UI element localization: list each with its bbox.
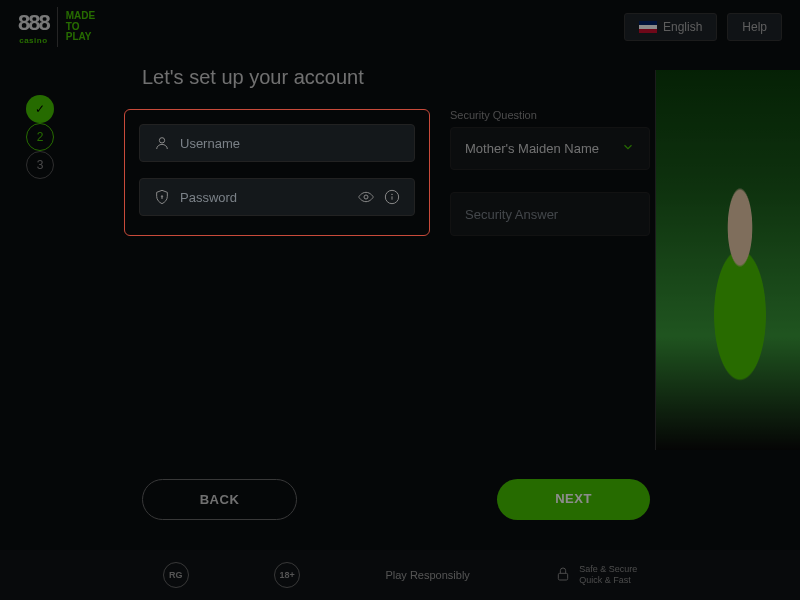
secure-line1: Safe & Secure <box>579 564 637 575</box>
password-input[interactable] <box>180 190 348 205</box>
rg-badge: RG <box>163 562 189 588</box>
logo-sub: casino <box>19 36 47 45</box>
svg-point-1 <box>161 196 162 197</box>
progress-stepper: ✓ 2 3 <box>25 95 55 179</box>
help-label: Help <box>742 20 767 34</box>
page-title: Let's set up your account <box>142 66 650 89</box>
promo-person-image <box>680 165 800 415</box>
checkmark-icon: ✓ <box>35 102 45 116</box>
chevron-down-icon <box>621 140 635 157</box>
flag-icon <box>639 21 657 33</box>
security-question-label: Security Question <box>450 109 650 121</box>
info-icon[interactable] <box>384 189 400 205</box>
header: 888 casino MADE TO PLAY English Help <box>0 0 800 54</box>
next-button[interactable]: NEXT <box>497 479 650 520</box>
logo-divider <box>57 7 58 47</box>
credentials-highlight <box>124 109 430 236</box>
step-2-active: 2 <box>26 123 54 151</box>
username-input[interactable] <box>180 136 400 151</box>
secure-line2: Quick & Fast <box>579 575 637 586</box>
logo-tagline: MADE TO PLAY <box>66 11 95 43</box>
secure-block: Safe & Secure Quick & Fast <box>555 564 637 586</box>
username-field-wrap <box>139 124 415 162</box>
form: Security Question Mother's Maiden Name <box>124 109 650 236</box>
security-answer-input[interactable] <box>465 207 635 222</box>
age-badge: 18+ <box>274 562 300 588</box>
step-2-label: 2 <box>37 130 44 144</box>
svg-point-4 <box>392 194 393 195</box>
svg-point-2 <box>364 195 368 199</box>
step-1-done: ✓ <box>26 95 54 123</box>
step-3-label: 3 <box>37 158 44 172</box>
user-icon <box>154 135 170 151</box>
language-label: English <box>663 20 702 34</box>
shield-icon <box>154 189 170 205</box>
language-selector[interactable]: English <box>624 13 717 41</box>
eye-icon[interactable] <box>358 189 374 205</box>
help-button[interactable]: Help <box>727 13 782 41</box>
password-field-wrap <box>139 178 415 216</box>
responsible-text: Play Responsibly <box>385 569 469 581</box>
promo-banner <box>655 70 800 450</box>
back-button[interactable]: BACK <box>142 479 297 520</box>
footer: RG 18+ Play Responsibly Safe & Secure Qu… <box>0 550 800 600</box>
button-row: BACK NEXT <box>142 479 650 520</box>
step-3-inactive: 3 <box>26 151 54 179</box>
security-selected-value: Mother's Maiden Name <box>465 141 599 156</box>
security-column: Security Question Mother's Maiden Name <box>450 109 650 236</box>
logo-888-icon: 888 <box>18 10 49 36</box>
lock-icon <box>555 566 571 585</box>
svg-rect-5 <box>559 573 568 580</box>
logo: 888 casino MADE TO PLAY <box>18 7 95 47</box>
security-answer-wrap <box>450 192 650 236</box>
content-area: Let's set up your account <box>72 54 650 530</box>
security-question-select[interactable]: Mother's Maiden Name <box>450 127 650 170</box>
svg-point-0 <box>159 138 164 143</box>
